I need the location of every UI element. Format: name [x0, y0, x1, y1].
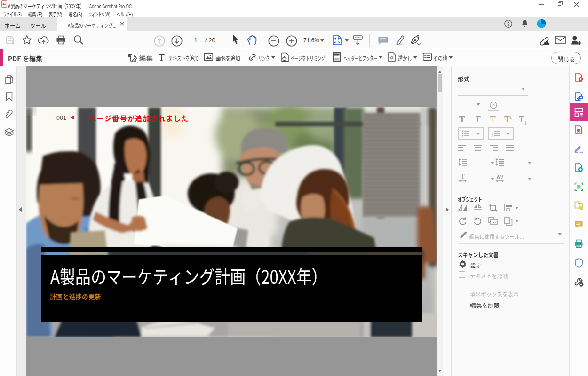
svg-text:T: T [461, 174, 465, 180]
svg-text:?: ? [492, 103, 494, 108]
svg-text:AV: AV [496, 174, 503, 180]
svg-text:?: ? [507, 21, 510, 27]
svg-text:3: 3 [492, 135, 493, 138]
